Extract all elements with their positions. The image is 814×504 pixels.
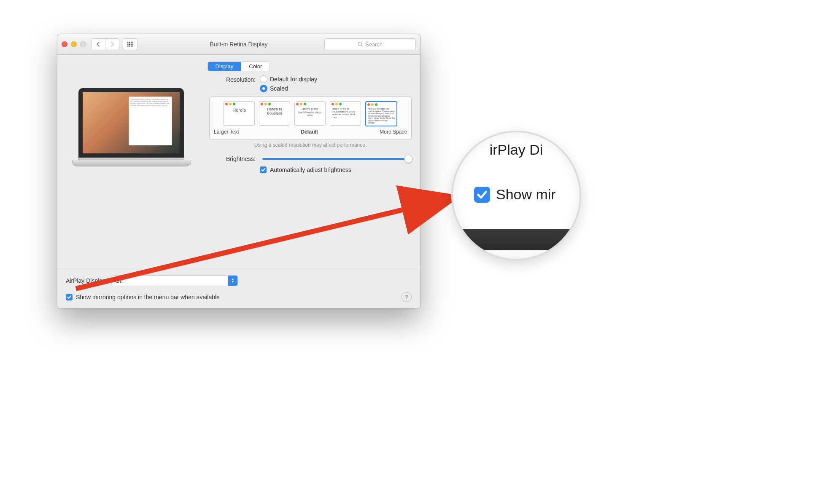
search-icon bbox=[358, 42, 363, 47]
laptop-doc-icon: Lorem ipsum dolor sit amet, consectetur … bbox=[129, 97, 172, 145]
mirroring-label: Show mirroring options in the menu bar w… bbox=[76, 294, 220, 300]
magnifier-callout: irPlay Di Show mir bbox=[451, 131, 581, 260]
scale-option-2[interactable]: Here's to the troublemake ones who bbox=[294, 101, 326, 126]
svg-rect-7 bbox=[132, 44, 133, 45]
scale-option-0[interactable]: Here's bbox=[224, 101, 255, 126]
forward-button[interactable] bbox=[105, 39, 119, 50]
scale-labels: Larger Text Default More Space bbox=[214, 129, 407, 135]
svg-rect-10 bbox=[131, 46, 132, 47]
svg-point-12 bbox=[358, 42, 361, 46]
scale-label-mid: Default bbox=[301, 129, 318, 135]
airplay-popup[interactable]: Off ▲▼ bbox=[111, 275, 238, 286]
auto-brightness-checkbox[interactable]: Automatically adjust brightness bbox=[260, 166, 412, 173]
window-title: Built-in Retina Display bbox=[210, 41, 268, 48]
chevron-right-icon bbox=[110, 42, 114, 47]
svg-rect-8 bbox=[127, 46, 129, 47]
scale-label-left: Larger Text bbox=[214, 129, 239, 135]
svg-rect-2 bbox=[131, 42, 132, 43]
svg-line-13 bbox=[361, 45, 362, 46]
svg-rect-5 bbox=[129, 44, 130, 45]
prefs-window: Built-in Retina Display Search Display C… bbox=[57, 34, 420, 308]
show-all-button[interactable] bbox=[123, 38, 138, 50]
svg-rect-4 bbox=[127, 44, 129, 45]
magnifier-dark-strip bbox=[453, 229, 580, 250]
svg-rect-3 bbox=[132, 42, 133, 43]
scale-option-4[interactable]: Here's to the crazy one troublemakers. T… bbox=[365, 101, 397, 126]
scale-option-1[interactable]: Here's to troublem bbox=[259, 101, 290, 126]
footer: AirPlay Display: Off ▲▼ Show mirroring o… bbox=[57, 269, 420, 308]
resolution-default-radio[interactable]: Default for display bbox=[260, 75, 317, 83]
magnifier-label: Show mir bbox=[496, 186, 556, 203]
laptop-screen: Lorem ipsum dolor sit amet, consectetur … bbox=[78, 88, 184, 158]
back-button[interactable] bbox=[92, 39, 105, 50]
airplay-label: AirPlay Display: bbox=[66, 277, 107, 284]
slider-knob[interactable] bbox=[404, 155, 412, 163]
resolution-default-label: Default for display bbox=[270, 76, 317, 83]
zoom-window-button[interactable] bbox=[80, 41, 86, 47]
resolution-scaled-radio[interactable]: Scaled bbox=[260, 85, 317, 92]
content: Lorem ipsum dolor sit amet, consectetur … bbox=[57, 75, 420, 269]
magnifier-top-text: irPlay Di bbox=[490, 142, 543, 158]
svg-rect-9 bbox=[129, 46, 130, 47]
minimize-window-button[interactable] bbox=[71, 41, 77, 47]
airplay-selected: Off bbox=[115, 277, 123, 284]
magnifier-checkbox-icon bbox=[474, 187, 490, 203]
laptop-graphic: Lorem ipsum dolor sit amet, consectetur … bbox=[72, 88, 190, 262]
resolution-scaled-label: Scaled bbox=[270, 85, 288, 92]
checkbox-checked-icon bbox=[260, 166, 267, 173]
scale-chooser-box: Here's Here's to troublem Here's to the … bbox=[209, 97, 412, 139]
auto-brightness-label: Automatically adjust brightness bbox=[270, 166, 351, 173]
brightness-label: Brightness: bbox=[209, 155, 260, 162]
settings-column: Resolution: Default for display Scaled bbox=[209, 75, 412, 262]
traffic-lights bbox=[62, 41, 86, 47]
tabs: Display Color bbox=[208, 62, 270, 71]
svg-rect-0 bbox=[127, 42, 129, 43]
chevron-left-icon bbox=[96, 42, 100, 47]
mirroring-checkbox[interactable] bbox=[66, 294, 73, 300]
performance-note: Using a scaled resolution may affect per… bbox=[209, 142, 412, 148]
scale-option-3[interactable]: Here's to the cr troublemakers. ones who… bbox=[330, 101, 361, 126]
scale-label-right: More Space bbox=[380, 129, 407, 135]
svg-rect-1 bbox=[129, 42, 130, 43]
close-window-button[interactable] bbox=[62, 41, 67, 47]
display-preview: Lorem ipsum dolor sit amet, consectetur … bbox=[66, 75, 197, 262]
svg-rect-11 bbox=[132, 46, 133, 47]
nav-back-forward bbox=[91, 38, 119, 50]
resolution-label: Resolution: bbox=[209, 75, 260, 83]
brightness-slider[interactable] bbox=[262, 158, 412, 160]
tab-color[interactable]: Color bbox=[241, 62, 270, 71]
popup-arrows-icon: ▲▼ bbox=[228, 276, 237, 286]
titlebar: Built-in Retina Display Search bbox=[57, 34, 420, 55]
search-placeholder: Search bbox=[365, 41, 383, 48]
help-button[interactable]: ? bbox=[402, 292, 412, 302]
tab-display[interactable]: Display bbox=[208, 62, 241, 71]
search-input[interactable]: Search bbox=[324, 38, 416, 50]
svg-rect-6 bbox=[131, 44, 132, 45]
tabs-row: Display Color bbox=[57, 55, 420, 75]
grid-icon bbox=[127, 42, 133, 47]
